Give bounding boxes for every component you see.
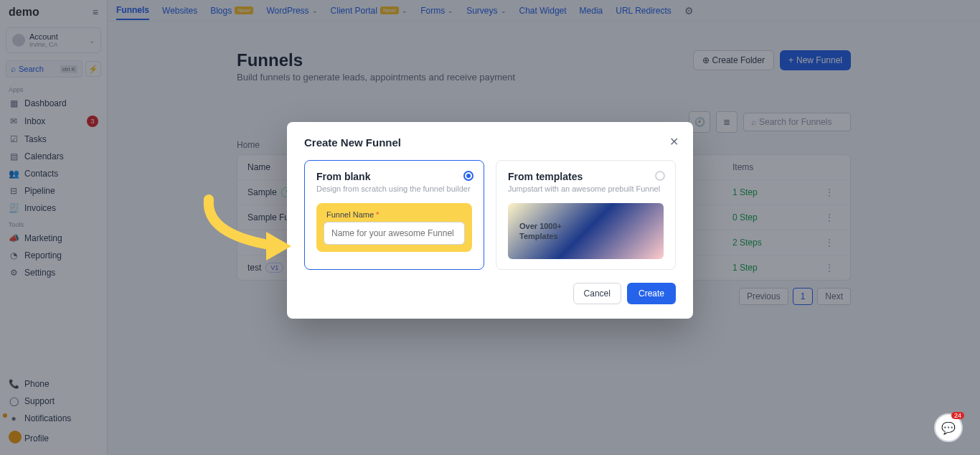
option-blank-title: From blank xyxy=(316,171,472,182)
templates-thumbnail: Over 1000+ Templates xyxy=(508,203,664,259)
funnel-name-label: Funnel Name xyxy=(326,210,374,219)
required-asterisk: * xyxy=(376,210,379,219)
chat-unread-count: 24 xyxy=(951,412,964,419)
radio-unselected-icon xyxy=(655,171,665,181)
create-button[interactable]: Create xyxy=(627,283,676,304)
radio-selected-icon xyxy=(463,171,473,181)
option-templates-subtitle: Jumpstart with an awesome prebuilt Funne… xyxy=(508,184,664,193)
cancel-button[interactable]: Cancel xyxy=(573,283,621,304)
option-from-templates[interactable]: From templates Jumpstart with an awesome… xyxy=(496,160,676,270)
chat-widget-button[interactable]: 💬 24 xyxy=(934,413,963,442)
templates-thumb-text: Over 1000+ Templates xyxy=(519,221,562,242)
modal-title: Create New Funnel xyxy=(304,136,676,149)
close-icon[interactable]: ✕ xyxy=(669,135,679,149)
option-blank-subtitle: Design from scratch using the funnel bui… xyxy=(316,184,472,193)
funnel-name-input[interactable] xyxy=(324,222,465,245)
chat-icon: 💬 xyxy=(941,421,956,435)
option-templates-title: From templates xyxy=(508,171,664,182)
funnel-name-highlight: Funnel Name* xyxy=(316,203,472,252)
option-from-blank[interactable]: From blank Design from scratch using the… xyxy=(304,160,484,270)
create-funnel-modal: Create New Funnel ✕ From blank Design fr… xyxy=(287,122,693,319)
